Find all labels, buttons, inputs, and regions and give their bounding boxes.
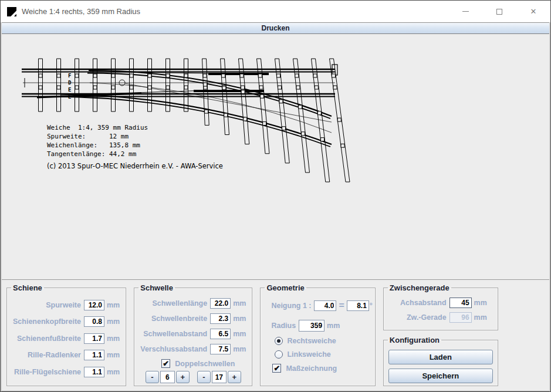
rille-radlenker-input[interactable]	[84, 350, 104, 360]
spurweite-label: Spurweite	[46, 301, 81, 309]
neigung-ratio-input[interactable]	[314, 300, 336, 311]
maximize-icon	[496, 9, 502, 15]
window-title: Weiche 1:4 rechts, 359 mm Radius	[22, 7, 140, 16]
spurweite-input[interactable]	[84, 300, 104, 310]
app-icon	[7, 7, 16, 16]
app-window: Weiche 1:4 rechts, 359 mm Radius ✕ Druck…	[0, 0, 551, 392]
rille-fluegelschiene-input[interactable]	[84, 367, 104, 377]
schienenfussbreite-input[interactable]	[84, 333, 104, 344]
row-schwellenlaenge: Schwellenlänge mm	[137, 298, 249, 309]
rechtsweiche-radio[interactable]	[275, 337, 283, 345]
minimize-button[interactable]	[448, 1, 482, 22]
rille-fluegelschiene-label: Rille-Flügelschiene	[14, 368, 81, 376]
spinner1-minus-button[interactable]: -	[146, 371, 159, 383]
drawing-canvas: F D E E Weiche 1:4, 359 mm Radius Spurwe…	[2, 34, 549, 280]
print-button[interactable]: Drucken	[2, 22, 549, 34]
masszeichnung-label: Maßzeichnung	[286, 364, 337, 373]
schwellenbreite-label: Schwellenbreite	[151, 315, 207, 323]
track-drawing: F D E E Weiche 1:4, 359 mm Radius Spurwe…	[2, 34, 549, 279]
window-controls: ✕	[448, 1, 550, 22]
neigung-equals: =	[339, 300, 344, 311]
titlebar: Weiche 1:4 rechts, 359 mm Radius ✕	[1, 1, 550, 22]
close-icon: ✕	[530, 7, 537, 16]
schienenfussbreite-label: Schienenfußbreite	[17, 334, 81, 343]
spinner2-plus-button[interactable]: +	[228, 371, 241, 383]
schienenkopfbreite-unit: mm	[107, 317, 120, 326]
panel-schwelle: Schwelle Schwellenlänge mm Schwellenbrei…	[134, 283, 252, 386]
zw-gerade-label: Zw.-Gerade	[407, 313, 447, 322]
row-rille-fluegelschiene: Rille-Flügelschiene mm	[9, 367, 123, 377]
panel-geometrie-title: Geometrie	[265, 283, 306, 292]
rechtsweiche-row: Rechtsweiche	[263, 337, 372, 345]
neigung-label: Neigung 1 :	[271, 302, 311, 310]
schwellenbreite-input[interactable]	[210, 313, 231, 324]
radius-label: Radius	[271, 322, 296, 330]
masszeichnung-checkbox[interactable]: ✔	[272, 364, 281, 373]
panel-schwelle-title: Schwelle	[138, 283, 175, 292]
zw-gerade-unit: mm	[474, 313, 487, 322]
rille-radlenker-label: Rille-Radlenker	[28, 351, 81, 359]
spinner-group-1: - +	[146, 371, 190, 383]
achsabstand-label: Achsabstand	[400, 299, 447, 307]
spinner2-value[interactable]	[212, 371, 227, 383]
rechtsweiche-label: Rechtsweiche	[287, 337, 336, 345]
neigung-angle-input[interactable]	[347, 300, 369, 311]
radio-dot	[277, 339, 280, 343]
marker-e2: E	[68, 94, 71, 100]
schwellenbreite-unit: mm	[233, 315, 246, 323]
achsabstand-input[interactable]	[449, 298, 472, 308]
panel-schiene-title: Schiene	[11, 283, 44, 292]
panel-konfiguration: Konfiguration Laden Speichern	[383, 336, 498, 386]
linksweiche-label: Linksweiche	[287, 350, 330, 359]
rille-radlenker-unit: mm	[107, 351, 120, 359]
spinner1-plus-button[interactable]: +	[176, 371, 190, 383]
panel-konfiguration-title: Konfiguration	[388, 336, 441, 344]
marker-f: F	[68, 73, 71, 79]
spinner1-value[interactable]	[160, 371, 175, 383]
schienenfussbreite-unit: mm	[107, 334, 120, 343]
controls-area: Schiene Spurweite mm Schienenkopfbreite …	[2, 280, 549, 391]
verschlussabstand-unit: mm	[233, 345, 246, 353]
linksweiche-row: Linksweiche	[263, 350, 372, 359]
row-spurweite: Spurweite mm	[9, 300, 123, 310]
schwellenlaenge-label: Schwellenlänge	[152, 299, 207, 307]
radius-row: Radius mm	[263, 320, 372, 332]
schwellenlaenge-input[interactable]	[210, 298, 231, 309]
right-column: Zwischengerade Achsabstand mm Zw.-Gerade…	[383, 283, 498, 386]
speichern-button[interactable]: Speichern	[388, 369, 493, 383]
schienenkopfbreite-label: Schienenkopfbreite	[13, 317, 81, 326]
schwellenabstand-unit: mm	[233, 330, 246, 338]
info-line-tangent: Tangentenlänge: 44,2 mm	[47, 150, 137, 158]
spurweite-unit: mm	[107, 301, 120, 309]
neigung-unit: °	[370, 302, 373, 310]
neigung-row: Neigung 1 : = °	[263, 300, 372, 311]
row-schienenfussbreite: Schienenfußbreite mm	[9, 333, 123, 344]
linksweiche-radio[interactable]	[275, 350, 283, 359]
sleeper-spinners: - + - +	[137, 371, 249, 383]
close-button[interactable]: ✕	[516, 1, 550, 22]
laden-button[interactable]: Laden	[388, 350, 493, 364]
spinner2-minus-button[interactable]: -	[197, 371, 211, 383]
zw-gerade-row: Zw.-Gerade mm	[386, 312, 495, 323]
verschlussabstand-label: Verschlussabstand	[140, 345, 207, 353]
maximize-button[interactable]	[482, 1, 516, 22]
panel-geometrie: Geometrie Neigung 1 : = ° Radius mm Rech…	[260, 283, 375, 386]
verschlussabstand-input[interactable]	[210, 344, 231, 354]
doppelschwellen-checkbox[interactable]: ✔	[161, 359, 170, 368]
spinner-group-2: - +	[197, 371, 241, 383]
row-schwellenbreite: Schwellenbreite mm	[137, 313, 249, 324]
row-rille-radlenker: Rille-Radlenker mm	[9, 350, 123, 360]
wing-rail	[194, 90, 264, 92]
achsabstand-unit: mm	[474, 299, 487, 307]
radius-input[interactable]	[299, 320, 324, 332]
marker-d: D	[68, 80, 72, 86]
schwellenlaenge-unit: mm	[233, 299, 246, 307]
schwellenabstand-input[interactable]	[210, 329, 231, 339]
masszeichnung-row: ✔ Maßzeichnung	[263, 364, 372, 373]
info-line-title: Weiche 1:4, 359 mm Radius	[47, 124, 148, 131]
row-schienenkopfbreite: Schienenkopfbreite mm	[9, 316, 123, 327]
row-schwellenabstand: Schwellenabstand mm	[137, 329, 249, 339]
rille-fluegelschiene-unit: mm	[107, 368, 120, 376]
schienenkopfbreite-input[interactable]	[84, 316, 104, 327]
radius-unit: mm	[327, 322, 340, 330]
